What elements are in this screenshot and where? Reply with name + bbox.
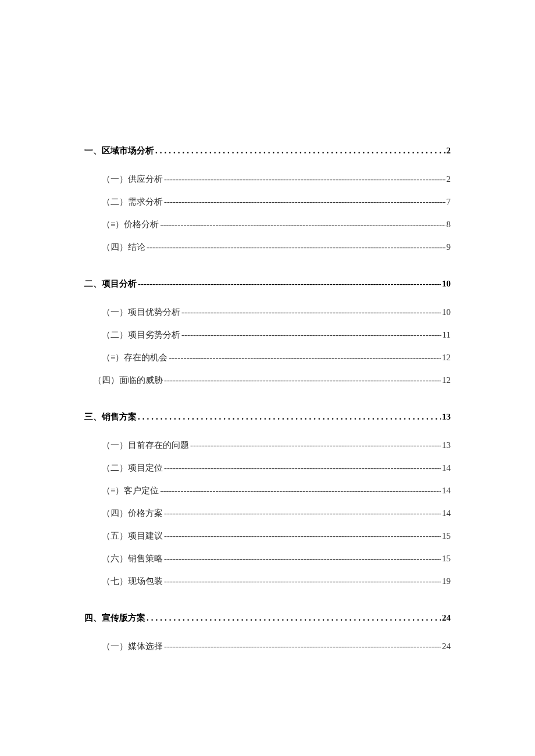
toc-item-label: （四）结论 [102, 242, 145, 253]
table-of-contents: 一、区域市场分析 2 （一）供应分析 2 （二）需求分析 7 （≡）价格分析 8… [84, 145, 451, 652]
toc-item-page: 24 [442, 642, 451, 651]
toc-item: （一）媒体选择 24 [102, 641, 451, 652]
toc-item-page: 15 [442, 531, 451, 541]
toc-item-page: 12 [442, 353, 451, 363]
toc-item-label: （≡）存在的机会 [102, 352, 167, 363]
toc-leader [181, 307, 441, 317]
toc-section-label: 二、项目分析 [84, 278, 137, 289]
toc-item: （四）结论 9 [102, 242, 451, 253]
toc-item: （六）销售策略 15 [102, 553, 451, 564]
toc-section-page: 2 [447, 146, 451, 156]
toc-item-label: （≡）客户定位 [102, 485, 159, 496]
toc-item-page: 19 [442, 576, 451, 586]
toc-section-heading: 二、项目分析 10 [84, 278, 451, 289]
toc-item: （≡）存在的机会 12 [102, 352, 451, 363]
toc-leader [138, 279, 441, 289]
toc-item-label: （七）现场包装 [102, 576, 163, 587]
toc-item: （七）现场包装 19 [102, 576, 451, 587]
toc-item-page: 2 [447, 174, 451, 184]
toc-item-page: 7 [447, 197, 451, 207]
toc-item-page: 9 [447, 242, 451, 252]
toc-section-label: 三、销售方案 [84, 411, 137, 422]
toc-item-label: （二）项目劣势分析 [102, 329, 180, 341]
toc-leader [164, 375, 441, 385]
toc-item-page: 11 [443, 330, 451, 340]
toc-item-label: （二）项目定位 [102, 463, 163, 474]
toc-item: （四）价格方案 14 [102, 508, 451, 519]
toc-subitems: （一）目前存在的问题 13 （二）项目定位 14 （≡）客户定位 14 （四）价… [84, 440, 451, 587]
toc-item-label: （一）媒体选择 [102, 641, 163, 652]
toc-item-page: 14 [442, 486, 451, 496]
toc-item: （一）项目优势分析 10 [102, 307, 451, 318]
toc-item-page: 15 [442, 554, 451, 564]
toc-item: （二）需求分析 7 [102, 196, 451, 207]
toc-section-page: 10 [442, 279, 451, 289]
toc-leader [164, 554, 441, 564]
toc-item-label: （≡）价格分析 [102, 219, 159, 230]
document-page: 一、区域市场分析 2 （一）供应分析 2 （二）需求分析 7 （≡）价格分析 8… [0, 0, 535, 756]
toc-leader [164, 174, 445, 184]
toc-item-label: （五）项目建议 [102, 531, 163, 542]
toc-item-label: （六）销售策略 [102, 553, 163, 564]
toc-leader [155, 146, 445, 156]
toc-section-label: 一、区域市场分析 [84, 145, 154, 156]
toc-section-heading: 一、区域市场分析 2 [84, 145, 451, 156]
toc-item: （一）供应分析 2 [102, 174, 451, 185]
toc-item-label: （一）供应分析 [102, 174, 163, 185]
toc-item-page: 8 [447, 220, 451, 230]
toc-leader [160, 486, 441, 496]
toc-section-page: 24 [442, 613, 451, 623]
toc-section-label: 四、宣传版方案 [84, 612, 145, 624]
toc-subitems: （一）媒体选择 24 [84, 641, 451, 652]
toc-leader [164, 463, 441, 473]
toc-item-page: 14 [442, 508, 451, 518]
toc-item-label: （四）面临的威胁 [93, 375, 163, 386]
toc-item-label: （二）需求分析 [102, 196, 163, 207]
toc-subitems: （一）供应分析 2 （二）需求分析 7 （≡）价格分析 8 （四）结论 9 [84, 174, 451, 253]
toc-leader [181, 330, 441, 340]
toc-item-page: 13 [442, 440, 451, 450]
toc-item: （≡）客户定位 14 [102, 485, 451, 496]
toc-item: （≡）价格分析 8 [102, 219, 451, 230]
toc-leader [164, 642, 441, 651]
toc-item-label: （四）价格方案 [102, 508, 163, 519]
toc-leader [190, 440, 441, 450]
toc-item: （二）项目劣势分析 11 [102, 329, 451, 341]
toc-section-heading: 三、销售方案 13 [84, 411, 451, 422]
toc-item: （五）项目建议 15 [102, 531, 451, 542]
toc-leader [164, 508, 441, 518]
toc-item: （一）目前存在的问题 13 [102, 440, 451, 451]
toc-leader [164, 531, 441, 541]
toc-section-heading: 四、宣传版方案 24 [84, 612, 451, 624]
toc-leader [169, 353, 441, 363]
toc-item: （四）面临的威胁 12 [93, 375, 451, 386]
toc-item-page: 10 [442, 307, 451, 317]
toc-subitems: （一）项目优势分析 10 （二）项目劣势分析 11 （≡）存在的机会 12 （四… [84, 307, 451, 386]
toc-item-page: 14 [442, 463, 451, 473]
toc-leader [164, 197, 445, 207]
toc-section-page: 13 [442, 412, 451, 422]
toc-item-label: （一）项目优势分析 [102, 307, 180, 318]
toc-leader [147, 613, 441, 623]
toc-item-label: （一）目前存在的问题 [102, 440, 189, 451]
toc-leader [160, 220, 445, 230]
toc-item-page: 12 [442, 375, 451, 385]
toc-leader [164, 576, 441, 586]
toc-leader [147, 242, 445, 252]
toc-item: （二）项目定位 14 [102, 463, 451, 474]
toc-leader [138, 412, 441, 422]
